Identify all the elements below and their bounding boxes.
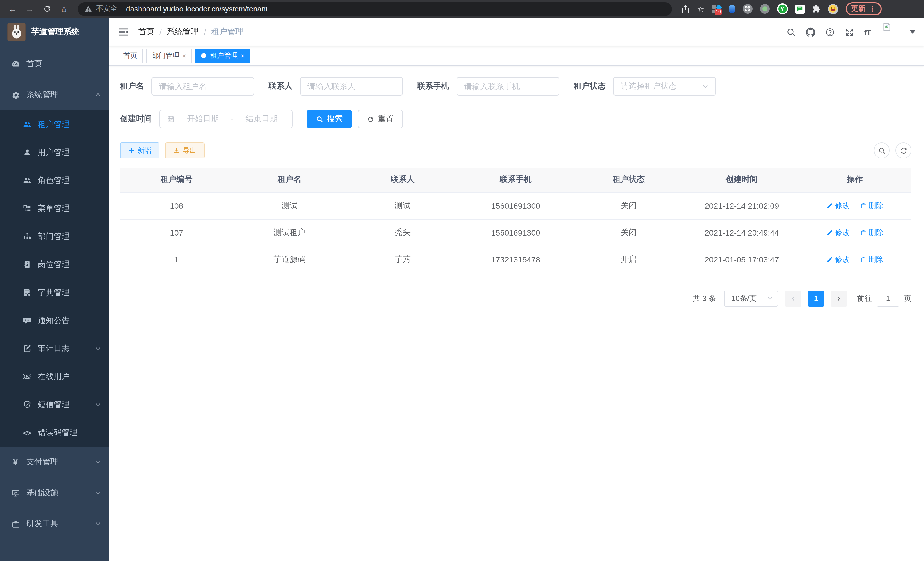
- delete-button[interactable]: 删除: [860, 254, 884, 265]
- breadcrumb-home[interactable]: 首页: [138, 27, 154, 37]
- sidebar-item-user[interactable]: 用户管理: [0, 138, 109, 166]
- extensions-puzzle-icon[interactable]: [812, 5, 820, 13]
- sidebar-item-dict[interactable]: 字典管理: [0, 278, 109, 307]
- date-range-picker[interactable]: 开始日期 - 结束日期: [159, 110, 292, 128]
- sidebar-item-online-user[interactable]: 在线用户: [0, 362, 109, 391]
- browser-home-button[interactable]: ⌂: [57, 2, 71, 16]
- refresh-icon: [367, 115, 374, 123]
- edit-button[interactable]: 修改: [826, 227, 850, 238]
- sidebar-item-home[interactable]: 首页: [0, 49, 109, 80]
- edit-button[interactable]: 修改: [826, 254, 850, 265]
- help-button[interactable]: [825, 27, 835, 37]
- bookmark-star-button[interactable]: ☆: [697, 4, 704, 14]
- chevron-up-icon: [95, 90, 101, 99]
- extension-tampermonkey-icon[interactable]: 10: [712, 4, 721, 14]
- broken-image-icon: [882, 22, 891, 32]
- tag-tenant[interactable]: 租户管理 ×: [195, 48, 250, 63]
- browser-forward-button[interactable]: →: [23, 2, 37, 16]
- profile-avatar-icon[interactable]: [828, 4, 838, 14]
- pencil-icon: [826, 229, 833, 236]
- calendar-icon: [167, 115, 175, 123]
- mobile-input[interactable]: [464, 82, 552, 91]
- extension-pin-icon[interactable]: [728, 5, 735, 13]
- reset-button[interactable]: 重置: [358, 110, 403, 128]
- breadcrumb-system[interactable]: 系统管理: [167, 27, 199, 37]
- browser-reload-button[interactable]: [40, 2, 54, 16]
- tenant-table: 租户编号 租户名 联系人 联系手机 租户状态 创建时间 操作 108 测试: [120, 168, 911, 273]
- page-number-button[interactable]: 1: [808, 290, 824, 306]
- edit-button[interactable]: 修改: [826, 200, 850, 211]
- table-row: 1 芋道源码 芋艿 17321315478 开启 2021-01-05 17:0…: [120, 246, 911, 273]
- show-search-toggle-button[interactable]: [874, 142, 890, 158]
- sidebar-item-menu[interactable]: 菜单管理: [0, 194, 109, 223]
- tag-home[interactable]: 首页: [118, 48, 143, 63]
- share-button[interactable]: [681, 4, 690, 14]
- next-page-button[interactable]: [831, 290, 847, 306]
- extension-recorder-icon[interactable]: [760, 4, 770, 14]
- sidebar-item-system[interactable]: 系统管理: [0, 80, 109, 110]
- yen-icon: ¥: [11, 457, 20, 467]
- extension-command-icon[interactable]: ⌘: [742, 4, 752, 14]
- search-icon: [878, 147, 885, 154]
- sidebar-item-pay[interactable]: ¥ 支付管理: [0, 447, 109, 478]
- top-navbar: 首页 / 系统管理 / 租户管理: [109, 18, 924, 46]
- github-link[interactable]: [806, 27, 815, 37]
- delete-button[interactable]: 删除: [860, 227, 884, 238]
- sidebar-item-sms[interactable]: 短信管理: [0, 391, 109, 419]
- contact-label: 联系人: [268, 81, 292, 92]
- dashboard-icon: [11, 59, 20, 69]
- trash-icon: [860, 256, 867, 263]
- address-divider: [122, 5, 122, 13]
- header-search-button[interactable]: [786, 27, 796, 37]
- tenant-name-label: 租户名: [120, 81, 144, 92]
- export-button[interactable]: 导出: [165, 142, 205, 158]
- goto-label: 前往: [857, 293, 872, 303]
- avatar[interactable]: [880, 21, 903, 44]
- sidebar-item-audit-log[interactable]: 审计日志: [0, 335, 109, 362]
- tenant-users-icon: [22, 120, 32, 129]
- sidebar-item-notice[interactable]: 通知公告: [0, 307, 109, 335]
- chrome-update-menu-button[interactable]: 更新 ⋮: [845, 2, 882, 15]
- status-label: 租户状态: [574, 81, 606, 92]
- sidebar-item-error-code[interactable]: </> 错误码管理: [0, 419, 109, 447]
- question-circle-icon: [825, 27, 835, 37]
- breadcrumb-current: 租户管理: [212, 27, 243, 37]
- tag-dept[interactable]: 部门管理 ×: [146, 48, 192, 63]
- refresh-table-button[interactable]: [896, 142, 911, 158]
- status-select[interactable]: 请选择租户状态: [613, 77, 716, 96]
- goto-page-input[interactable]: [877, 290, 899, 306]
- app-logo-link[interactable]: 芋道管理系统: [0, 18, 109, 46]
- browser-back-button[interactable]: ←: [6, 2, 20, 16]
- mobile-label: 联系手机: [417, 81, 449, 92]
- main-area: 首页 / 系统管理 / 租户管理: [109, 18, 924, 561]
- close-icon[interactable]: ×: [241, 52, 244, 60]
- delete-button[interactable]: 删除: [860, 200, 884, 211]
- sidebar-item-post[interactable]: 岗位管理: [0, 250, 109, 278]
- shield-check-icon: [22, 400, 32, 409]
- app-logo-image: [8, 23, 26, 41]
- sidebar-item-infra[interactable]: 基础设施: [0, 478, 109, 508]
- sidebar-item-dept[interactable]: 部门管理: [0, 223, 109, 250]
- sidebar-collapse-button[interactable]: [118, 26, 129, 38]
- close-icon[interactable]: ×: [182, 52, 186, 60]
- fullscreen-icon: [844, 27, 854, 37]
- prev-page-button[interactable]: [785, 290, 801, 306]
- create-time-label: 创建时间: [120, 114, 152, 124]
- font-size-button[interactable]: tT: [864, 27, 871, 37]
- contact-input[interactable]: [308, 82, 395, 91]
- sidebar-item-devtools[interactable]: 研发工具: [0, 508, 109, 539]
- add-button[interactable]: 新增: [120, 142, 159, 158]
- fullscreen-button[interactable]: [844, 27, 854, 37]
- address-bar[interactable]: 不安全 dashboard.yudao.iocoder.cn/system/te…: [78, 2, 672, 16]
- page-size-select[interactable]: 10条/页: [724, 290, 778, 306]
- sidebar-item-tenant[interactable]: 租户管理: [0, 110, 109, 138]
- extension-chat-icon[interactable]: [795, 4, 804, 14]
- tenant-name-input[interactable]: [159, 82, 247, 91]
- search-icon: [316, 115, 323, 123]
- sidebar-item-role[interactable]: 角色管理: [0, 166, 109, 194]
- chevron-down-icon: [95, 519, 101, 528]
- search-icon: [786, 27, 796, 37]
- extension-y-icon[interactable]: Y: [777, 3, 788, 14]
- avatar-caret-icon[interactable]: [910, 30, 915, 34]
- search-button[interactable]: 搜索: [307, 110, 352, 128]
